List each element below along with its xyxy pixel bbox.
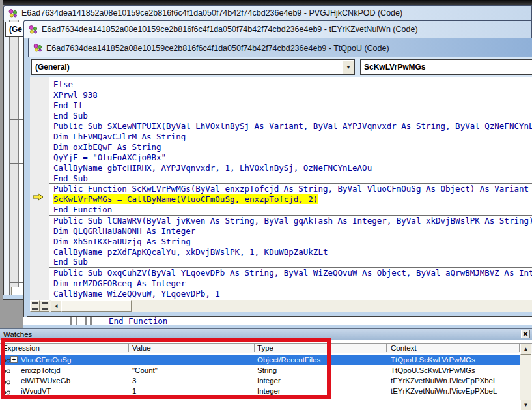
vbe-editor-workspace: E6ad7634dea141852a08e10159ce2b816f6c4f1d… [0,0,532,410]
split-view-button-1[interactable] [30,300,40,312]
code-line[interactable]: Dim oxIbEQwF As String [49,142,532,153]
code-line[interactable]: CallByName gbTcHIRHX, AYPJVqnvxdr, 1, Lh… [49,163,532,173]
watches-titlebar[interactable]: Watches ✕ [0,329,532,340]
close-icon[interactable]: ✕ [521,330,530,338]
object-dropdown-label: (General) [35,63,70,72]
scroll-left-button[interactable]: ◄ [51,300,61,312]
watch-type: Object/RecentFiles [257,356,320,364]
background-window-edge [3,0,532,5]
watches-header-row: Expression Value Type Context [0,343,532,353]
watch-glasses-icon [2,368,10,373]
vba-module-icon [33,43,42,53]
execution-point-arrow-icon [33,193,44,201]
object-dropdown-label: (Ge [9,25,22,34]
code-line[interactable]: End Sub [49,111,532,121]
column-header-expression[interactable]: Expression [3,344,40,352]
code-line[interactable]: CallByName pzXdFApKQcalYu, xkDvjBWslPK, … [49,247,532,257]
column-header-value[interactable]: Value [132,344,151,352]
code-line[interactable]: Else [49,80,532,90]
object-dropdown-back-window[interactable]: (Ge [5,22,23,37]
code-window-back-titlebar[interactable]: E6ad7634dea141852a08e10159ce2b816f6c4f1d… [3,5,532,20]
code-line[interactable]: Dim LhFVMQavCJlrM As String [49,132,532,142]
procedure-dropdown[interactable]: ScKwLVrPwMGs [360,59,532,75]
column-header-context[interactable]: Context [391,344,417,352]
code-line[interactable]: Dim nrMZDGFORceq As Integer [49,278,532,289]
code-line[interactable]: End Sub [49,173,532,184]
watch-row[interactable]: enxzpTofcjd"Count"StringTtQpoU.ScKwLVrPw… [0,365,532,375]
watch-context: TtQpoU.ScKwLVrPwMGs [391,366,475,374]
scroll-up-button[interactable]: ▲ [520,344,531,355]
watch-expression: iWvudVT [21,387,51,395]
chevron-down-icon[interactable]: ▼ [343,61,354,74]
combo-row: (General) ▼ ScKwLVrPwMGs [30,57,532,77]
code-line[interactable]: End Sub [49,257,532,267]
watches-title: Watches [3,330,32,338]
code-editor-area[interactable]: ElseXPrwl 938End IfEnd SubPublic Sub SXL… [30,77,532,300]
code-line[interactable]: Dim XhSnTKXFaUUzjq As String [49,237,532,247]
code-line[interactable]: End Function [49,205,532,215]
watch-value: 3 [132,377,136,385]
vba-module-icon [28,25,38,35]
expand-icon[interactable]: + [10,356,18,363]
watch-expression: enxzpTofcjd [21,366,61,374]
watch-context: tEYrKZvetNuiWn.IVicvEpPXbeL [391,377,497,385]
watch-row[interactable]: iWvudVT1IntegertEYrKZvetNuiWn.IVicvEpPXb… [0,387,532,397]
code-lines: ElseXPrwl 938End IfEnd SubPublic Sub SXL… [49,80,532,299]
watch-type: Integer [257,377,281,385]
code-line[interactable]: Public Function ScKwLVrPwMGs(ByVal enxzp… [49,183,532,194]
code-window-middle-bottom-strip: End Function [23,317,532,325]
code-line[interactable]: Public Sub lCNaWRV(ByVal jvKven As Strin… [49,215,532,226]
code-line[interactable]: ScKwLVrPwMGs = CallByName(VluoCFmOuSg, e… [49,194,532,205]
scroll-down-button[interactable]: ▼ [520,400,531,410]
watch-context: tEYrKZvetNuiWn.IVicvEpPXbeL [391,387,497,395]
watch-context: TtQpoU.ScKwLVrPwMGs [391,356,475,364]
code-line[interactable]: CallByName WiZeQQvuW, YLqoevDPb, 1 [49,289,532,299]
watch-expression: VluoCFmOuSg [21,356,71,364]
code-window-back-bottom-border [3,295,23,300]
watch-type: String [257,366,277,374]
procedure-dropdown-label: ScKwLVrPwMGs [364,63,425,72]
watch-glasses-icon [2,389,10,395]
code-line[interactable]: XPrwl 938 [49,90,532,100]
code-line[interactable]: Public Sub QxqCuhZV(ByVal YLqoevDPb As S… [49,267,532,278]
highlighted-statement: ScKwLVrPwMGs = CallByName(VluoCFmOuSg, e… [53,194,318,204]
window-title: E6ad7634dea141852a08e10159ce2b816f6c4f1d… [46,44,389,53]
watches-vertical-scrollbar[interactable]: ▲ ▼ [520,344,531,410]
code-line[interactable]: End If [49,100,532,111]
code-window-back-body-sliver [3,20,23,295]
scrollbar-thumb[interactable] [61,300,132,312]
watch-row[interactable]: elWiTWUxeGb3IntegertEYrKZvetNuiWn.IVicvE… [0,376,532,387]
watch-type: Integer [257,387,281,395]
split-view-button-2[interactable] [40,300,49,312]
column-header-type[interactable]: Type [257,344,273,352]
watch-glasses-icon [2,379,10,385]
watch-value: "Count" [132,366,158,374]
object-dropdown[interactable]: (General) ▼ [31,59,355,75]
window-title: E6ad7634dea141852a08e10159ce2b816f6c4f1d… [21,8,402,18]
horizontal-scrollbar[interactable]: ◄ [30,300,532,312]
watch-glasses-icon [2,357,10,363]
code-line[interactable]: Public Sub SXLewNTPUIX(ByVal LhVOxlnBySj… [49,121,532,132]
vba-module-icon [8,8,18,18]
code-window-middle-titlebar[interactable]: E6ad7634dea141852a08e10159ce2b816f6c4f1d… [23,20,532,38]
code-margin-indicator-bar [30,77,49,300]
code-window-front-titlebar[interactable]: E6ad7634dea141852a08e10159ce2b816f6c4f1d… [28,38,532,57]
window-title: E6ad7634dea141852a08e10159ce2b816f6c4f1d… [42,25,418,34]
watches-rows: +VluoCFmOuSgObject/RecentFilesTtQpoU.ScK… [0,355,532,397]
code-line[interactable]: QyYjF = "OtuFoAXCjo0Bx" [49,153,532,163]
watches-panel: Watches ✕ Expression Value Type Context … [0,328,532,410]
code-window-front: E6ad7634dea141852a08e10159ce2b816f6c4f1d… [27,38,532,317]
watch-value: 1 [132,387,136,395]
watch-row[interactable]: +VluoCFmOuSgObject/RecentFilesTtQpoU.ScK… [0,355,532,365]
code-line[interactable]: Dim QLQGRlHaUaNONH As Integer [49,226,532,237]
watch-expression: elWiTWUxeGb [21,377,70,385]
